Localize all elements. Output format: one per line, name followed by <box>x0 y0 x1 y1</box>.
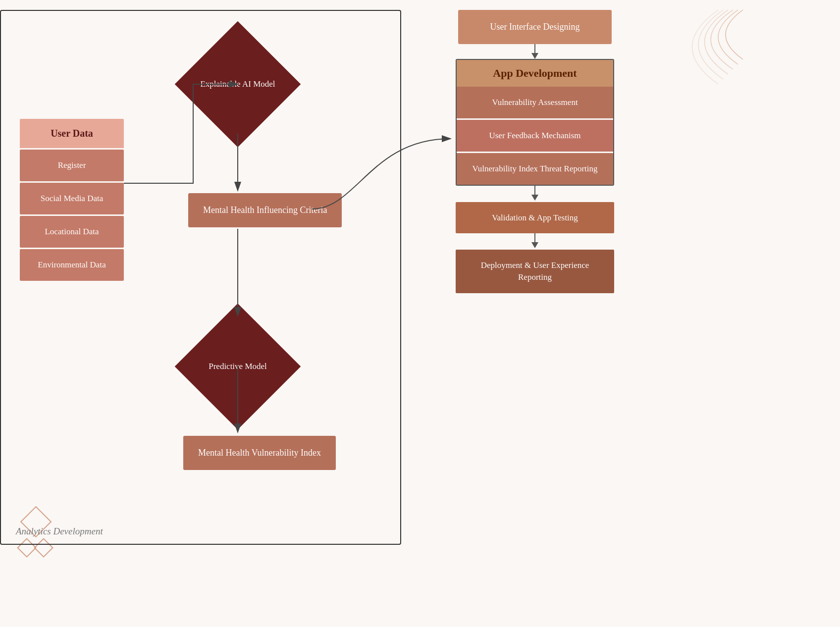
user-data-header: User Data <box>20 119 124 148</box>
predictive-model-node: Predictive Model <box>193 322 282 411</box>
deco-arcs <box>679 5 748 104</box>
app-dev-container: App Development Vulnerability Assessment… <box>456 59 614 185</box>
app-dev-column: User Interface Designing App Development… <box>451 10 619 293</box>
explainable-ai-label: Explainable AI Model <box>200 78 275 90</box>
user-data-locational: Locational Data <box>20 216 124 248</box>
mhvi-node: Mental Health Vulnerability Index <box>183 436 336 470</box>
diagram-area: Analytics Development User Data Register… <box>0 0 758 575</box>
app-dev-feedback: User Feedback Mechanism <box>457 120 613 152</box>
user-data-register: Register <box>20 150 124 181</box>
arrow-ui-to-appdev <box>531 44 538 59</box>
user-data-social: Social Media Data <box>20 183 124 214</box>
explainable-ai-node: Explainable AI Model <box>193 40 282 129</box>
app-dev-header: App Development <box>457 60 613 87</box>
mhic-label: Mental Health Influencing Criteria <box>188 193 342 227</box>
arrow-appdev-to-validation <box>531 186 538 201</box>
app-dev-threat: Vulnerability Index Threat Reporting <box>457 153 613 185</box>
app-dev-deployment: Deployment & User Experience Reporting <box>456 250 614 293</box>
app-dev-vulnerability: Vulnerability Assessment <box>457 87 613 118</box>
user-data-environmental: Environmental Data <box>20 249 124 281</box>
mhvi-label: Mental Health Vulnerability Index <box>183 436 336 470</box>
user-data-section: User Data Register Social Media Data Loc… <box>20 119 124 281</box>
ui-design-node: User Interface Designing <box>458 10 612 44</box>
arrow-validation-to-deployment <box>531 233 538 248</box>
app-dev-validation: Validation & App Testing <box>456 202 614 234</box>
analytics-label: Analytics Development <box>16 526 103 537</box>
predictive-model-label: Predictive Model <box>209 361 267 372</box>
mhic-node: Mental Health Influencing Criteria <box>188 193 342 227</box>
